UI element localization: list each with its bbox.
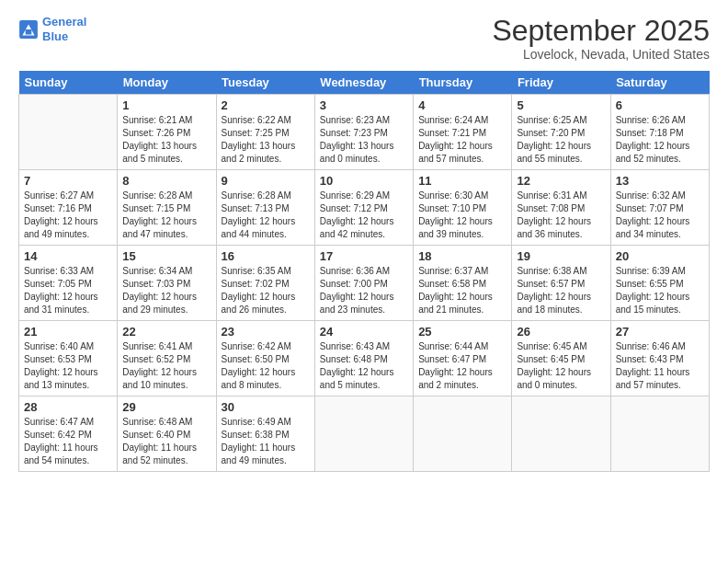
calendar-cell xyxy=(610,396,709,472)
calendar-cell: 19Sunrise: 6:38 AM Sunset: 6:57 PM Dayli… xyxy=(512,246,610,321)
day-number: 26 xyxy=(517,325,605,339)
day-info: Sunrise: 6:46 AM Sunset: 6:43 PM Dayligh… xyxy=(616,340,704,392)
day-info: Sunrise: 6:43 AM Sunset: 6:48 PM Dayligh… xyxy=(320,340,408,392)
day-info: Sunrise: 6:42 AM Sunset: 6:50 PM Dayligh… xyxy=(222,340,310,392)
weekday-header: Wednesday xyxy=(314,71,413,95)
day-info: Sunrise: 6:38 AM Sunset: 6:57 PM Dayligh… xyxy=(517,265,605,316)
day-number: 27 xyxy=(616,325,704,339)
calendar-cell: 28Sunrise: 6:47 AM Sunset: 6:42 PM Dayli… xyxy=(19,396,118,472)
day-info: Sunrise: 6:45 AM Sunset: 6:45 PM Dayligh… xyxy=(517,340,605,392)
day-info: Sunrise: 6:26 AM Sunset: 7:18 PM Dayligh… xyxy=(616,114,704,166)
calendar-cell: 30Sunrise: 6:49 AM Sunset: 6:38 PM Dayli… xyxy=(216,396,314,472)
calendar-cell: 24Sunrise: 6:43 AM Sunset: 6:48 PM Dayli… xyxy=(314,321,413,396)
day-info: Sunrise: 6:21 AM Sunset: 7:26 PM Dayligh… xyxy=(122,114,210,166)
calendar-cell: 22Sunrise: 6:41 AM Sunset: 6:52 PM Dayli… xyxy=(118,321,216,396)
day-info: Sunrise: 6:28 AM Sunset: 7:13 PM Dayligh… xyxy=(222,190,310,241)
month-title: September 2025 xyxy=(492,15,710,47)
weekday-header: Saturday xyxy=(610,71,709,95)
calendar-cell: 25Sunrise: 6:44 AM Sunset: 6:47 PM Dayli… xyxy=(414,321,512,396)
calendar-cell: 23Sunrise: 6:42 AM Sunset: 6:50 PM Dayli… xyxy=(216,321,314,396)
day-number: 20 xyxy=(616,249,704,263)
day-number: 30 xyxy=(222,400,310,414)
title-block: September 2025 Lovelock, Nevada, United … xyxy=(492,15,710,62)
day-number: 11 xyxy=(418,174,506,188)
weekday-header: Sunday xyxy=(19,71,118,95)
calendar-cell: 2Sunrise: 6:22 AM Sunset: 7:25 PM Daylig… xyxy=(216,95,314,170)
day-info: Sunrise: 6:33 AM Sunset: 7:05 PM Dayligh… xyxy=(24,265,112,316)
day-number: 22 xyxy=(122,325,210,339)
calendar-cell: 1Sunrise: 6:21 AM Sunset: 7:26 PM Daylig… xyxy=(118,95,216,170)
calendar-cell: 3Sunrise: 6:23 AM Sunset: 7:23 PM Daylig… xyxy=(314,95,413,170)
calendar-week-row: 21Sunrise: 6:40 AM Sunset: 6:53 PM Dayli… xyxy=(19,321,710,396)
calendar-cell: 27Sunrise: 6:46 AM Sunset: 6:43 PM Dayli… xyxy=(610,321,709,396)
calendar-cell: 29Sunrise: 6:48 AM Sunset: 6:40 PM Dayli… xyxy=(118,396,216,472)
logo-icon xyxy=(18,19,39,40)
day-info: Sunrise: 6:44 AM Sunset: 6:47 PM Dayligh… xyxy=(418,340,506,392)
day-number: 1 xyxy=(122,98,210,112)
calendar-cell: 12Sunrise: 6:31 AM Sunset: 7:08 PM Dayli… xyxy=(512,170,610,246)
weekday-header: Tuesday xyxy=(216,71,314,95)
day-number: 7 xyxy=(24,174,112,188)
calendar-cell: 15Sunrise: 6:34 AM Sunset: 7:03 PM Dayli… xyxy=(118,246,216,321)
calendar-cell xyxy=(314,396,413,472)
day-number: 16 xyxy=(222,249,310,263)
logo-text: General Blue xyxy=(42,15,86,43)
calendar-week-row: 28Sunrise: 6:47 AM Sunset: 6:42 PM Dayli… xyxy=(19,396,710,472)
day-info: Sunrise: 6:48 AM Sunset: 6:40 PM Dayligh… xyxy=(122,416,210,467)
day-info: Sunrise: 6:39 AM Sunset: 6:55 PM Dayligh… xyxy=(616,265,704,316)
day-number: 14 xyxy=(24,249,112,263)
day-number: 29 xyxy=(122,400,210,414)
day-number: 6 xyxy=(616,98,704,112)
day-number: 24 xyxy=(320,325,408,339)
day-info: Sunrise: 6:28 AM Sunset: 7:15 PM Dayligh… xyxy=(122,190,210,241)
calendar-cell: 6Sunrise: 6:26 AM Sunset: 7:18 PM Daylig… xyxy=(610,95,709,170)
calendar-cell: 18Sunrise: 6:37 AM Sunset: 6:58 PM Dayli… xyxy=(414,246,512,321)
day-number: 9 xyxy=(222,174,310,188)
weekday-header: Friday xyxy=(512,71,610,95)
location: Lovelock, Nevada, United States xyxy=(492,47,710,62)
day-number: 17 xyxy=(320,249,408,263)
day-number: 5 xyxy=(517,98,605,112)
day-number: 23 xyxy=(222,325,310,339)
calendar-cell: 8Sunrise: 6:28 AM Sunset: 7:15 PM Daylig… xyxy=(118,170,216,246)
weekday-header: Monday xyxy=(118,71,216,95)
weekday-header: Thursday xyxy=(414,71,512,95)
day-number: 3 xyxy=(320,98,408,112)
calendar-cell: 13Sunrise: 6:32 AM Sunset: 7:07 PM Dayli… xyxy=(610,170,709,246)
calendar-cell: 17Sunrise: 6:36 AM Sunset: 7:00 PM Dayli… xyxy=(314,246,413,321)
calendar-cell xyxy=(19,95,118,170)
day-info: Sunrise: 6:47 AM Sunset: 6:42 PM Dayligh… xyxy=(24,416,112,467)
day-number: 18 xyxy=(418,249,506,263)
calendar-week-row: 7Sunrise: 6:27 AM Sunset: 7:16 PM Daylig… xyxy=(19,170,710,246)
calendar-cell: 11Sunrise: 6:30 AM Sunset: 7:10 PM Dayli… xyxy=(414,170,512,246)
day-number: 28 xyxy=(24,400,112,414)
calendar-week-row: 1Sunrise: 6:21 AM Sunset: 7:26 PM Daylig… xyxy=(19,95,710,170)
day-info: Sunrise: 6:30 AM Sunset: 7:10 PM Dayligh… xyxy=(418,190,506,241)
day-number: 10 xyxy=(320,174,408,188)
day-info: Sunrise: 6:31 AM Sunset: 7:08 PM Dayligh… xyxy=(517,190,605,241)
svg-rect-2 xyxy=(26,29,32,35)
calendar-week-row: 14Sunrise: 6:33 AM Sunset: 7:05 PM Dayli… xyxy=(19,246,710,321)
day-number: 15 xyxy=(122,249,210,263)
calendar-cell: 9Sunrise: 6:28 AM Sunset: 7:13 PM Daylig… xyxy=(216,170,314,246)
day-info: Sunrise: 6:32 AM Sunset: 7:07 PM Dayligh… xyxy=(616,190,704,241)
day-info: Sunrise: 6:37 AM Sunset: 6:58 PM Dayligh… xyxy=(418,265,506,316)
calendar-cell xyxy=(414,396,512,472)
day-number: 4 xyxy=(418,98,506,112)
day-number: 25 xyxy=(418,325,506,339)
day-info: Sunrise: 6:27 AM Sunset: 7:16 PM Dayligh… xyxy=(24,190,112,241)
day-info: Sunrise: 6:23 AM Sunset: 7:23 PM Dayligh… xyxy=(320,114,408,166)
weekday-header-row: SundayMondayTuesdayWednesdayThursdayFrid… xyxy=(19,71,710,95)
day-number: 13 xyxy=(616,174,704,188)
calendar-cell: 14Sunrise: 6:33 AM Sunset: 7:05 PM Dayli… xyxy=(19,246,118,321)
calendar-cell: 20Sunrise: 6:39 AM Sunset: 6:55 PM Dayli… xyxy=(610,246,709,321)
calendar-cell: 21Sunrise: 6:40 AM Sunset: 6:53 PM Dayli… xyxy=(19,321,118,396)
day-number: 21 xyxy=(24,325,112,339)
day-info: Sunrise: 6:40 AM Sunset: 6:53 PM Dayligh… xyxy=(24,340,112,392)
day-number: 12 xyxy=(517,174,605,188)
logo-line1: General xyxy=(42,15,86,29)
day-info: Sunrise: 6:29 AM Sunset: 7:12 PM Dayligh… xyxy=(320,190,408,241)
calendar-cell: 7Sunrise: 6:27 AM Sunset: 7:16 PM Daylig… xyxy=(19,170,118,246)
day-info: Sunrise: 6:36 AM Sunset: 7:00 PM Dayligh… xyxy=(320,265,408,316)
day-number: 8 xyxy=(122,174,210,188)
